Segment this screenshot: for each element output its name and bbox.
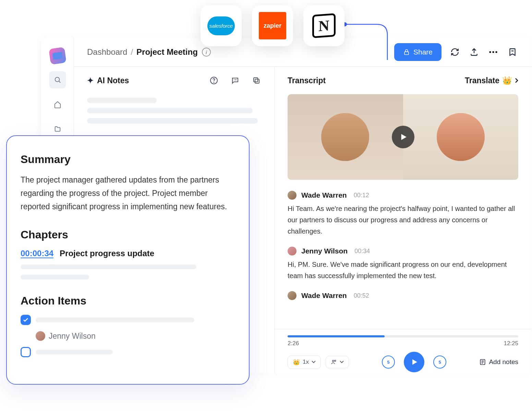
chapter-placeholder xyxy=(21,275,89,279)
speed-value: 1x xyxy=(303,359,309,365)
svg-point-1 xyxy=(55,77,59,82)
action-item-placeholder xyxy=(36,317,194,322)
share-button[interactable]: Share xyxy=(394,43,442,61)
upload-icon xyxy=(470,48,479,57)
chapter-timestamp[interactable]: 00:00:34 xyxy=(21,249,53,258)
translate-label: Translate xyxy=(465,76,499,85)
transcript-entry[interactable]: Jenny Wilson 00:34 Hi, PM. Sure. We've m… xyxy=(288,247,518,282)
transcript-list: Wade Warren 00:12 Hi Team. As we're near… xyxy=(275,191,531,300)
avatar xyxy=(36,331,45,341)
transcript-pane: Transcript Translate 👑 xyxy=(275,67,531,373)
home-icon xyxy=(54,101,61,108)
copy-icon xyxy=(252,76,261,85)
assignee-row[interactable]: Jenny Wilson xyxy=(36,331,235,341)
video-participant-2 xyxy=(403,94,519,180)
integration-notion[interactable]: N xyxy=(303,5,344,46)
video-participant-1 xyxy=(288,94,403,180)
player-bar: 2:26 12:25 👑 1x xyxy=(275,329,531,373)
info-icon[interactable]: i xyxy=(202,48,211,57)
speaker-name: Wade Warren xyxy=(301,291,347,300)
bookmark-button[interactable] xyxy=(507,46,518,58)
notes-placeholder xyxy=(74,94,274,132)
add-notes-button[interactable]: Add notes xyxy=(479,358,518,366)
translate-button[interactable]: Translate 👑 xyxy=(465,76,518,85)
assignee-name: Jenny Wilson xyxy=(49,332,96,341)
refresh-icon xyxy=(450,48,459,57)
svg-point-3 xyxy=(489,51,491,53)
transcript-text: Hi, PM. Sure. We've made significant pro… xyxy=(288,259,518,282)
chevron-down-icon xyxy=(340,361,344,363)
progress-fill xyxy=(288,335,385,337)
time-total: 12:25 xyxy=(504,340,518,347)
avatar xyxy=(288,191,297,200)
folder-icon xyxy=(54,125,61,133)
timestamp[interactable]: 00:12 xyxy=(354,192,369,199)
integration-zapier[interactable]: zapier xyxy=(252,5,293,46)
transcript-title: Transcript xyxy=(288,76,326,85)
summary-heading: Summary xyxy=(21,153,235,166)
chapters-heading: Chapters xyxy=(21,228,235,241)
chat-button[interactable] xyxy=(230,76,240,85)
svg-point-5 xyxy=(495,51,497,53)
share-label: Share xyxy=(413,48,433,56)
add-notes-label: Add notes xyxy=(489,358,518,366)
export-button[interactable] xyxy=(468,46,480,58)
integration-tiles: salesforce zapier N xyxy=(201,5,344,46)
video-thumbnail[interactable] xyxy=(288,94,518,180)
progress-track[interactable] xyxy=(288,335,518,337)
chat-icon xyxy=(231,76,239,85)
sidebar-home[interactable] xyxy=(49,96,66,113)
svg-rect-2 xyxy=(404,52,409,54)
note-icon xyxy=(479,359,486,365)
play-overlay-button[interactable] xyxy=(392,126,414,148)
breadcrumb-current: Project Meeting xyxy=(136,47,198,57)
notion-icon: N xyxy=(312,13,336,38)
more-icon xyxy=(489,51,498,53)
bookmark-icon xyxy=(508,48,517,57)
integration-salesforce[interactable]: salesforce xyxy=(201,5,242,46)
svg-rect-8 xyxy=(255,79,259,83)
rewind-5-button[interactable]: 5 xyxy=(382,356,395,369)
timestamp[interactable]: 00:34 xyxy=(354,248,370,255)
action-item-row[interactable] xyxy=(21,315,235,325)
checkbox-unchecked[interactable] xyxy=(21,347,31,357)
play-icon xyxy=(410,358,418,366)
breadcrumb-separator: / xyxy=(131,47,133,57)
speed-selector[interactable]: 👑 1x xyxy=(288,356,321,369)
people-icon xyxy=(331,359,337,365)
action-items-heading: Action Items xyxy=(21,295,235,307)
transcript-text: Hi Team. As we're nearing the project's … xyxy=(288,203,518,237)
svg-point-11 xyxy=(335,360,336,361)
time-current: 2:26 xyxy=(288,340,299,347)
timestamp[interactable]: 00:52 xyxy=(354,292,369,299)
transcript-entry[interactable]: Wade Warren 00:52 xyxy=(288,291,518,300)
speaker-filter[interactable] xyxy=(326,356,349,368)
help-button[interactable] xyxy=(209,76,219,85)
play-button[interactable] xyxy=(404,352,424,372)
breadcrumb-root[interactable]: Dashboard xyxy=(87,47,127,57)
copy-button[interactable] xyxy=(252,76,261,85)
zapier-icon: zapier xyxy=(259,12,286,39)
checkbox-checked[interactable] xyxy=(21,315,31,325)
lock-icon xyxy=(403,49,410,55)
action-item-row[interactable] xyxy=(21,347,235,357)
sidebar-search[interactable] xyxy=(49,71,66,88)
summary-popup: Summary The project manager gathered upd… xyxy=(6,135,250,385)
avatar xyxy=(288,291,297,300)
chapter-row[interactable]: 00:00:34 Project progress update xyxy=(21,249,235,258)
crown-icon: 👑 xyxy=(293,359,300,366)
check-icon xyxy=(23,317,29,323)
chevron-right-icon xyxy=(515,78,518,83)
chapter-placeholder xyxy=(21,264,196,269)
transcript-entry[interactable]: Wade Warren 00:12 Hi Team. As we're near… xyxy=(288,191,518,237)
more-button[interactable] xyxy=(487,46,499,58)
action-item-placeholder xyxy=(36,350,113,354)
summary-body: The project manager gathered updates fro… xyxy=(21,173,235,213)
app-logo[interactable] xyxy=(49,47,66,65)
refresh-button[interactable] xyxy=(449,46,461,58)
search-icon xyxy=(54,76,61,84)
forward-5-button[interactable]: 5 xyxy=(433,356,446,369)
svg-rect-9 xyxy=(254,78,258,82)
chapter-title: Project progress update xyxy=(60,249,154,258)
play-icon xyxy=(399,133,408,141)
